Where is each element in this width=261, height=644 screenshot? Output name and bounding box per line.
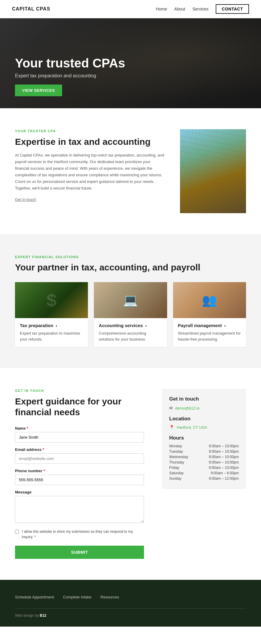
payroll-card-image — [173, 282, 246, 318]
accounting-card-image — [94, 282, 167, 318]
services-cards: Tax preparation › Expert tax preparation… — [15, 282, 246, 347]
contact-email-row: ✉ demo@b12.io — [169, 406, 239, 410]
hours-row: Friday9:00am – 10:00pm — [169, 466, 239, 470]
services-tag: EXPERT FINANCIAL SOLUTIONS — [15, 255, 246, 259]
hours-row: Wednesday9:00am – 10:00pm — [169, 455, 239, 459]
payroll-card-body: Payroll management › Streamlined payroll… — [173, 318, 246, 347]
accounting-card-body: Accounting services › Comprehensive acco… — [94, 318, 167, 347]
payroll-card-title[interactable]: Payroll management › — [178, 323, 241, 328]
hours-row: Tuesday9:00am – 10:00pm — [169, 449, 239, 454]
navbar: CAPITAL CPAS Home About Services CONTACT — [0, 0, 261, 18]
contact-form-area: GET IN TOUCH Expert guidance for your fi… — [15, 389, 144, 559]
hours-row: Saturday9:00am – 6:00pm — [169, 471, 239, 475]
tax-card-desc: Expert tax preparation to maximize your … — [20, 330, 83, 342]
email-input[interactable] — [15, 453, 144, 464]
site-logo: CAPITAL CPAS — [12, 6, 50, 12]
accounting-card-title[interactable]: Accounting services › — [99, 323, 162, 328]
about-image-box — [180, 129, 246, 213]
consent-text: I allow this website to store my submiss… — [22, 529, 144, 540]
tax-card-image — [15, 282, 88, 318]
message-label: Message — [15, 490, 144, 494]
footer-bottom: Web design by B12 — [15, 608, 246, 618]
footer-credit-link[interactable]: B12 — [40, 613, 46, 618]
contact-section: GET IN TOUCH Expert guidance for your fi… — [0, 368, 261, 580]
about-section: YOUR TRUSTED CPA Expertise in tax and ac… — [0, 108, 261, 234]
service-card-payroll: Payroll management › Streamlined payroll… — [173, 282, 246, 347]
accounting-card-desc: Comprehensive accounting solutions for y… — [99, 330, 162, 342]
phone-field-group: Phone number * — [15, 469, 144, 485]
contact-info-title: Get in touch — [169, 396, 239, 402]
contact-location-row: 📍 Hartford, CT USA — [169, 425, 239, 430]
contact-info-box: Get in touch ✉ demo@b12.io Location 📍 Ha… — [162, 389, 246, 489]
hours-container: Monday9:00am – 10:00pmTuesday9:00am – 10… — [169, 444, 239, 481]
footer-credit: Web design by B12 — [15, 613, 246, 618]
service-card-tax: Tax preparation › Expert tax preparation… — [15, 282, 88, 347]
footer-link-resources[interactable]: Resources — [100, 595, 119, 599]
contact-location-link[interactable]: Hartford, CT USA — [177, 425, 207, 430]
email-icon: ✉ — [169, 406, 173, 410]
name-input[interactable] — [15, 432, 144, 443]
about-heading: Expertise in tax and accounting — [15, 136, 165, 147]
consent-checkbox[interactable] — [15, 530, 19, 534]
contact-info-area: Get in touch ✉ demo@b12.io Location 📍 Ha… — [162, 389, 246, 559]
hours-row: Sunday9:00am – 12:00pm — [169, 476, 239, 481]
hours-subtitle: Hours — [169, 435, 239, 441]
message-field-group: Message — [15, 490, 144, 524]
services-heading: Your partner in tax, accounting, and pay… — [15, 262, 246, 273]
email-label: Email address * — [15, 447, 144, 452]
message-input[interactable] — [15, 496, 144, 523]
payroll-card-arrow: › — [224, 323, 226, 328]
nav-links: Home About Services CONTACT — [156, 4, 249, 14]
name-label: Name * — [15, 426, 144, 431]
accounting-card-arrow: › — [145, 323, 147, 328]
footer-links: Schedule Appointment Complete Intake Res… — [15, 595, 246, 599]
contact-tag: GET IN TOUCH — [15, 389, 144, 392]
payroll-card-desc: Streamlined payroll management for hassl… — [178, 330, 241, 342]
about-link[interactable]: Get in touch — [15, 197, 36, 202]
footer-link-schedule[interactable]: Schedule Appointment — [15, 595, 54, 599]
about-image — [180, 129, 246, 213]
nav-about[interactable]: About — [174, 7, 185, 11]
about-text: YOUR TRUSTED CPA Expertise in tax and ac… — [15, 129, 165, 202]
about-tag: YOUR TRUSTED CPA — [15, 129, 165, 133]
service-card-accounting: Accounting services › Comprehensive acco… — [94, 282, 167, 347]
hero-content: Your trusted CPAs Expert tax preparation… — [15, 56, 125, 96]
nav-contact-button[interactable]: CONTACT — [216, 4, 249, 14]
about-body: At Capital CPAs, we specialize in delive… — [15, 152, 165, 192]
nav-services[interactable]: Services — [192, 7, 208, 11]
tax-card-title[interactable]: Tax preparation › — [20, 323, 83, 328]
nav-home[interactable]: Home — [156, 7, 167, 11]
hero-subtitle: Expert tax preparation and accounting — [15, 73, 125, 79]
name-field-group: Name * — [15, 426, 144, 443]
footer: Schedule Appointment Complete Intake Res… — [0, 580, 261, 627]
location-icon: 📍 — [169, 425, 174, 430]
footer-link-intake[interactable]: Complete Intake — [63, 595, 92, 599]
hero-section: Your trusted CPAs Expert tax preparation… — [0, 18, 261, 108]
hours-row: Monday9:00am – 10:00pm — [169, 444, 239, 448]
tax-card-body: Tax preparation › Expert tax preparation… — [15, 318, 88, 347]
contact-inner: GET IN TOUCH Expert guidance for your fi… — [15, 389, 246, 559]
phone-label: Phone number * — [15, 469, 144, 473]
phone-input[interactable] — [15, 475, 144, 485]
contact-email-link[interactable]: demo@b12.io — [175, 406, 200, 410]
hours-row: Thursday9:00am – 10:00pm — [169, 460, 239, 464]
hero-cta-button[interactable]: VIEW SERVICES — [15, 85, 62, 96]
services-section: EXPERT FINANCIAL SOLUTIONS Your partner … — [0, 234, 261, 368]
consent-row: I allow this website to store my submiss… — [15, 529, 144, 540]
email-field-group: Email address * — [15, 447, 144, 464]
hero-title: Your trusted CPAs — [15, 56, 125, 70]
location-subtitle: Location — [169, 416, 239, 422]
contact-heading: Expert guidance for your financial needs — [15, 396, 144, 418]
submit-button[interactable]: SUBMIT — [15, 546, 144, 559]
tax-card-arrow: › — [56, 323, 57, 328]
